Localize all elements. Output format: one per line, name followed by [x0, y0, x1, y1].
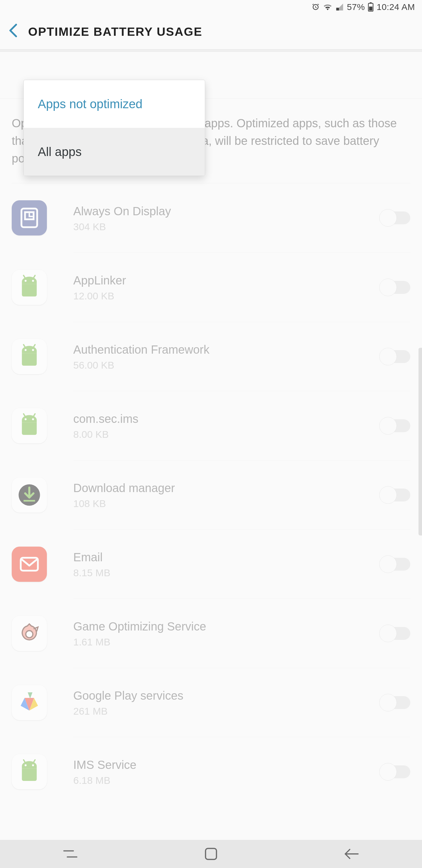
svg-rect-24 — [24, 500, 35, 501]
filter-dropdown[interactable]: Apps not optimizedAll apps — [24, 80, 205, 176]
optimize-toggle[interactable] — [378, 417, 410, 435]
system-nav-bar — [0, 840, 422, 868]
battery-percent: 57% — [347, 2, 365, 12]
app-size: 12.00 KB — [73, 290, 378, 302]
svg-line-16 — [33, 345, 35, 348]
optimize-toggle[interactable] — [378, 625, 410, 642]
app-name: AppLinker — [73, 273, 378, 288]
app-bar: OPTIMIZE BATTERY USAGE — [0, 14, 422, 49]
clock-text: 10:24 AM — [377, 2, 415, 12]
svg-point-19 — [25, 418, 27, 420]
dropdown-item[interactable]: All apps — [24, 128, 205, 176]
app-size: 6.18 MB — [73, 775, 378, 786]
app-size: 56.00 KB — [73, 360, 378, 371]
app-row[interactable]: Download manager 108 KB — [73, 460, 410, 529]
app-icon — [12, 754, 47, 789]
app-text: Game Optimizing Service 1.61 MB — [73, 619, 378, 648]
optimize-toggle[interactable] — [378, 279, 410, 296]
app-icon — [12, 200, 47, 236]
app-name: IMS Service — [73, 757, 378, 772]
svg-point-13 — [25, 349, 27, 351]
app-text: Authentication Framework 56.00 KB — [73, 342, 378, 371]
app-name: Google Play services — [73, 688, 378, 703]
app-icon — [12, 339, 47, 374]
divider — [0, 49, 422, 52]
app-size: 108 KB — [73, 498, 378, 509]
wifi-icon — [323, 3, 332, 11]
app-name: Authentication Framework — [73, 342, 378, 357]
app-text: Email 8.15 MB — [73, 550, 378, 579]
svg-line-15 — [24, 345, 26, 348]
svg-line-35 — [24, 760, 26, 763]
svg-point-14 — [32, 349, 34, 351]
app-list: Always On Display 304 KB AppLinker 12.00… — [0, 183, 422, 806]
nav-back-button[interactable] — [342, 844, 362, 864]
scroll-indicator[interactable] — [419, 348, 422, 535]
svg-line-9 — [24, 275, 26, 279]
app-icon — [12, 616, 47, 651]
optimize-toggle[interactable] — [378, 486, 410, 504]
app-row[interactable]: AppLinker 12.00 KB — [73, 252, 410, 322]
app-text: AppLinker 12.00 KB — [73, 273, 378, 302]
signal-icon — [335, 3, 344, 11]
app-text: Google Play services 261 MB — [73, 688, 378, 717]
svg-rect-37 — [205, 848, 216, 859]
optimize-toggle[interactable] — [378, 763, 410, 781]
svg-point-34 — [32, 764, 34, 766]
app-row[interactable]: Game Optimizing Service 1.61 MB — [73, 598, 410, 668]
app-text: Download manager 108 KB — [73, 480, 378, 509]
svg-line-22 — [33, 414, 35, 417]
app-size: 304 KB — [73, 221, 378, 232]
app-text: Always On Display 304 KB — [73, 204, 378, 232]
optimize-toggle[interactable] — [378, 555, 410, 573]
app-size: 8.00 KB — [73, 429, 378, 440]
alarm-icon — [311, 3, 320, 11]
svg-point-8 — [32, 280, 34, 282]
app-name: Game Optimizing Service — [73, 619, 378, 634]
app-row[interactable]: IMS Service 6.18 MB — [73, 737, 410, 806]
optimize-toggle[interactable] — [378, 209, 410, 227]
svg-marker-27 — [28, 692, 33, 699]
app-icon — [12, 477, 47, 513]
dropdown-item[interactable]: Apps not optimized — [24, 80, 205, 128]
app-row[interactable]: com.sec.ims 8.00 KB — [73, 391, 410, 460]
app-name: Download manager — [73, 480, 378, 496]
svg-point-26 — [26, 630, 33, 638]
svg-point-33 — [25, 764, 27, 766]
app-row[interactable]: Google Play services 261 MB — [73, 668, 410, 737]
app-row[interactable]: Email 8.15 MB — [73, 529, 410, 598]
app-row[interactable]: Authentication Framework 56.00 KB — [73, 322, 410, 391]
app-icon — [12, 270, 47, 305]
app-name: com.sec.ims — [73, 411, 378, 426]
app-name: Email — [73, 550, 378, 565]
app-size: 261 MB — [73, 706, 378, 717]
svg-point-7 — [25, 280, 27, 282]
svg-line-36 — [33, 760, 35, 763]
optimize-toggle[interactable] — [378, 694, 410, 711]
app-text: IMS Service 6.18 MB — [73, 757, 378, 786]
app-name: Always On Display — [73, 204, 378, 219]
app-icon — [12, 547, 47, 582]
status-bar: 57% 10:24 AM — [0, 0, 422, 14]
app-icon — [12, 408, 47, 443]
app-size: 1.61 MB — [73, 636, 378, 648]
svg-rect-1 — [369, 6, 372, 10]
svg-point-20 — [32, 418, 34, 420]
optimize-toggle[interactable] — [378, 348, 410, 365]
app-text: com.sec.ims 8.00 KB — [73, 411, 378, 440]
app-size: 8.15 MB — [73, 567, 378, 579]
svg-line-21 — [24, 414, 26, 417]
page-title: OPTIMIZE BATTERY USAGE — [28, 25, 202, 39]
nav-recents-button[interactable] — [60, 844, 80, 864]
nav-home-button[interactable] — [201, 844, 221, 864]
app-icon — [12, 685, 47, 720]
app-row[interactable]: Always On Display 304 KB — [12, 183, 410, 252]
back-icon[interactable] — [9, 22, 18, 41]
svg-rect-2 — [370, 2, 371, 3]
svg-line-10 — [33, 275, 35, 279]
battery-icon — [368, 2, 374, 12]
